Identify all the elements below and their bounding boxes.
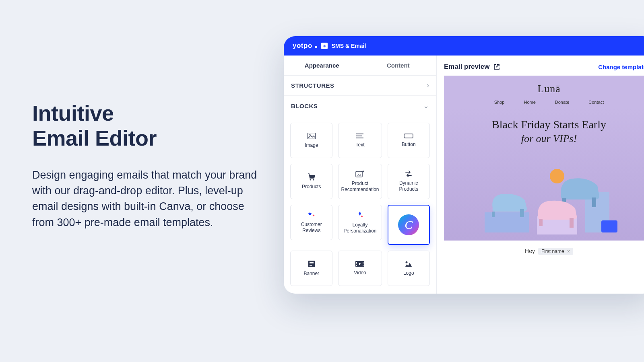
- dynamic-icon: [405, 171, 413, 177]
- loyalty-icon: [356, 211, 364, 219]
- svg-text:AI: AI: [357, 173, 361, 177]
- block-text-label: Text: [353, 142, 367, 148]
- svg-rect-12: [310, 262, 314, 263]
- block-loyalty[interactable]: Loyalty Personalization: [338, 205, 382, 240]
- block-products-label: Products: [299, 184, 323, 190]
- section-blocks[interactable]: BLOCKS ⌄: [284, 96, 436, 116]
- tab-content[interactable]: Content: [360, 56, 437, 76]
- svg-rect-32: [570, 218, 574, 228]
- svg-rect-28: [601, 220, 617, 232]
- brand-square-icon: ✶: [321, 43, 328, 49]
- svg-rect-30: [592, 197, 596, 207]
- template-headline2: for our VIPs!: [448, 133, 644, 145]
- block-banner[interactable]: Banner: [290, 251, 332, 286]
- brand-logo-text: yotpo: [293, 42, 312, 50]
- nav-contact[interactable]: Contact: [588, 100, 604, 105]
- svg-point-6: [310, 179, 311, 180]
- block-video-label: Video: [351, 270, 368, 276]
- template-hero: Black Friday Starts Early for our VIPs!: [444, 109, 644, 241]
- svg-rect-14: [310, 265, 312, 266]
- chevron-right-icon: ›: [427, 81, 429, 90]
- remove-token-icon[interactable]: ×: [567, 249, 570, 254]
- block-recommendation[interactable]: AI Product Recommendation: [338, 164, 382, 199]
- canva-icon: C: [398, 214, 419, 235]
- svg-rect-17: [356, 263, 357, 264]
- svg-point-1: [309, 134, 310, 135]
- video-icon: [355, 261, 364, 267]
- block-text[interactable]: Text: [338, 123, 382, 158]
- block-recommendation-label: Product Recommendation: [339, 181, 381, 193]
- reviews-star-icon: [308, 211, 316, 218]
- svg-rect-20: [363, 263, 363, 264]
- svg-rect-18: [356, 265, 357, 266]
- email-template: Lunā Shop Home Donate Contact Black Frid…: [444, 76, 644, 294]
- block-reviews-label: Customer Reviews: [291, 222, 332, 234]
- svg-point-10: [361, 216, 363, 217]
- block-customer-reviews[interactable]: Customer Reviews: [290, 205, 332, 240]
- template-brand: Lunā: [444, 83, 644, 95]
- hero-title-line1: Intuitive: [32, 101, 114, 125]
- block-banner-label: Banner: [301, 271, 322, 277]
- block-canva[interactable]: C: [388, 205, 430, 245]
- block-image-label: Image: [302, 142, 320, 148]
- tab-content-label: Content: [387, 62, 410, 69]
- button-icon: [404, 134, 413, 138]
- block-products[interactable]: Products: [290, 164, 332, 199]
- app-window: yotpo ✶ SMS & Email Appearance Content S…: [284, 36, 644, 294]
- nav-donate[interactable]: Donate: [555, 100, 569, 105]
- section-blocks-label: BLOCKS: [291, 103, 318, 109]
- svg-rect-33: [539, 219, 543, 226]
- merge-token-firstname[interactable]: First name ×: [538, 248, 573, 255]
- brand-subtext: SMS & Email: [332, 43, 366, 49]
- svg-point-7: [313, 179, 314, 180]
- editor-sidebar: Appearance Content STRUCTURES › BLOCKS ⌄…: [284, 56, 437, 294]
- preview-title: Email preview: [444, 63, 500, 71]
- svg-rect-21: [363, 265, 363, 266]
- blocks-grid: Image Text Button: [284, 116, 436, 292]
- block-dynamic-products[interactable]: Dynamic Products: [388, 164, 430, 199]
- block-button-label: Button: [399, 142, 418, 148]
- svg-rect-13: [310, 263, 314, 264]
- preview-title-text: Email preview: [444, 63, 489, 71]
- svg-line-23: [496, 64, 499, 67]
- template-hero-image: [448, 152, 644, 237]
- hero-title-line2: Email Editor: [32, 126, 157, 150]
- svg-rect-16: [356, 262, 357, 263]
- tab-appearance-label: Appearance: [305, 62, 339, 69]
- change-template-link[interactable]: Change template: [598, 64, 644, 70]
- image-icon: [308, 133, 316, 139]
- svg-point-22: [406, 261, 408, 263]
- brand-logo-dot-icon: [315, 46, 317, 48]
- block-button[interactable]: Button: [388, 123, 430, 158]
- block-dynamic-label: Dynamic Products: [388, 180, 429, 192]
- external-link-icon[interactable]: [493, 64, 500, 70]
- block-image[interactable]: Image: [290, 123, 332, 158]
- logo-icon: [405, 261, 413, 267]
- block-logo[interactable]: Logo: [388, 251, 430, 286]
- merge-token-label: First name: [541, 249, 564, 254]
- nav-home[interactable]: Home: [524, 100, 535, 105]
- svg-rect-19: [363, 262, 363, 263]
- hero-body: Design engaging emails that match your b…: [32, 167, 258, 230]
- app-header: yotpo ✶ SMS & Email: [284, 36, 644, 56]
- tab-appearance[interactable]: Appearance: [284, 56, 360, 76]
- template-greeting: Hey First name ×: [444, 241, 644, 255]
- template-nav: Shop Home Donate Contact: [444, 100, 644, 105]
- text-icon: [356, 133, 363, 139]
- section-structures[interactable]: STRUCTURES ›: [284, 76, 436, 96]
- greet-text: Hey: [525, 248, 535, 254]
- ai-recommend-icon: AI: [355, 170, 364, 177]
- preview-pane: Email preview Change template Lunā Shop …: [437, 56, 644, 294]
- hero-title: Intuitive Email Editor: [32, 101, 258, 150]
- nav-shop[interactable]: Shop: [494, 100, 505, 105]
- section-structures-label: STRUCTURES: [291, 82, 334, 89]
- block-video[interactable]: Video: [338, 251, 382, 286]
- cart-icon: [308, 173, 316, 181]
- block-logo-label: Logo: [401, 270, 417, 276]
- banner-icon: [308, 260, 315, 267]
- block-loyalty-label: Loyalty Personalization: [339, 222, 381, 234]
- svg-rect-29: [520, 209, 524, 217]
- template-header: Lunā Shop Home Donate Contact: [444, 76, 644, 109]
- svg-point-27: [550, 169, 564, 183]
- template-headline1: Black Friday Starts Early: [448, 118, 644, 131]
